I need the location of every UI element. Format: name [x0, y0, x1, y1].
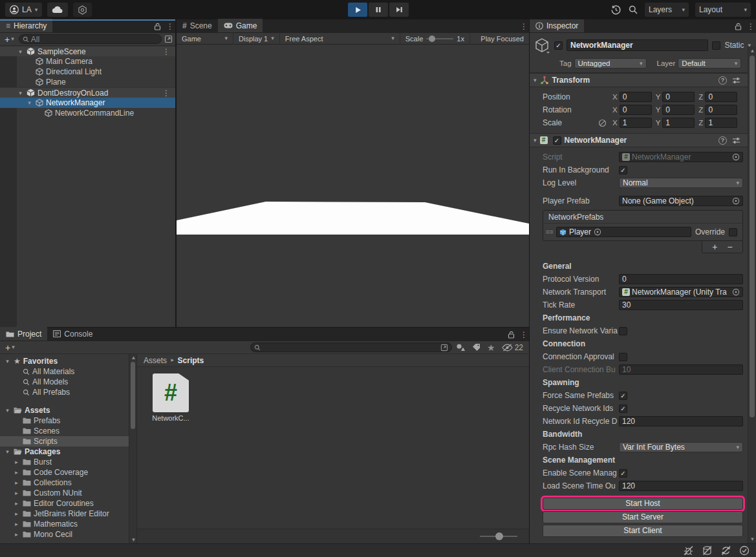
auto-refresh-disabled-icon[interactable] — [720, 545, 731, 556]
pause-button[interactable] — [369, 3, 388, 17]
game-menu-icon[interactable]: ⋮ — [520, 22, 526, 31]
foldout-arrow-icon[interactable]: ▾ — [26, 100, 33, 106]
play-button[interactable] — [348, 3, 367, 17]
property-checkbox[interactable] — [619, 392, 627, 400]
property-field[interactable]: 10 — [619, 364, 743, 375]
object-field[interactable]: None (Game Object) — [619, 196, 743, 206]
presets-icon[interactable] — [732, 77, 740, 84]
foldout-arrow-icon[interactable]: ▸ — [13, 521, 20, 527]
scale-slider-thumb[interactable] — [429, 36, 435, 42]
object-field[interactable]: #NetworkManager (Unity Tra — [619, 287, 743, 297]
layout-dropdown[interactable]: Layout ▾ — [695, 3, 751, 17]
transform-scale-x-field[interactable]: 1 — [620, 118, 652, 128]
breadcrumb-assets[interactable]: Assets — [144, 356, 167, 365]
game-viewport[interactable] — [177, 45, 529, 327]
cache-server-disabled-icon[interactable] — [702, 545, 713, 556]
hierarchy-add-button[interactable]: +▾ — [3, 34, 16, 45]
gameobject-active-checkbox[interactable] — [554, 41, 563, 50]
project-menu-icon[interactable]: ⋮ — [520, 330, 526, 339]
project-tree-item-custom-nunit[interactable]: ▸Custom NUnit — [0, 488, 129, 498]
display-target-dropdown[interactable]: Display 1▾ — [233, 33, 280, 45]
inspector-menu-icon[interactable]: ⋮ — [747, 22, 753, 31]
slider-thumb[interactable] — [495, 532, 503, 540]
property-dropdown[interactable]: Normal▾ — [619, 178, 743, 188]
debugger-disabled-icon[interactable] — [683, 545, 694, 556]
progress-check-icon[interactable] — [739, 545, 750, 556]
asset-item[interactable]: # NetworkC... — [146, 373, 195, 422]
gameobject-name-field[interactable]: NetworkManager — [567, 39, 708, 51]
help-icon[interactable]: ? — [718, 76, 727, 85]
hierarchy-item-networkcommandline[interactable]: NetworkCommandLine — [0, 108, 175, 118]
project-tree-item-prefabs[interactable]: Prefabs — [0, 415, 129, 426]
start-client-button[interactable]: Start Client — [543, 525, 743, 537]
transform-position-z-field[interactable]: 0 — [705, 92, 737, 102]
property-field[interactable]: 120 — [619, 416, 743, 426]
scale-link-icon[interactable] — [598, 119, 609, 127]
start-host-button[interactable]: Start Host — [543, 498, 743, 510]
foldout-arrow-icon[interactable]: ▾ — [17, 48, 24, 55]
scroll-down-icon[interactable]: ▼ — [748, 536, 756, 542]
hierarchy-item-main camera[interactable]: Main Camera — [0, 56, 175, 67]
scrollbar-thumb[interactable] — [131, 362, 135, 429]
foldout-arrow-icon[interactable]: ▾ — [4, 448, 11, 455]
tab-scene[interactable]: # Scene — [177, 19, 218, 32]
scene-menu-icon[interactable]: ⋮ — [162, 47, 170, 56]
static-checkbox[interactable] — [712, 41, 720, 50]
lock-icon[interactable] — [154, 23, 161, 30]
help-icon[interactable]: ? — [718, 136, 727, 145]
tab-game[interactable]: Game — [218, 19, 263, 32]
object-picker-icon[interactable] — [594, 228, 601, 236]
property-checkbox[interactable] — [619, 405, 627, 413]
filter-by-type-icon[interactable] — [456, 343, 466, 352]
hidden-packages-toggle[interactable]: 22 — [502, 343, 523, 352]
transform-rotation-y-field[interactable]: 0 — [662, 105, 695, 115]
transform-position-x-field[interactable]: 0 — [620, 92, 652, 102]
transform-component-header[interactable]: ▾ Transform ? ⋮ — [530, 73, 756, 87]
project-tree-scrollbar[interactable]: ▲ ▼ — [129, 354, 137, 543]
project-tree-item-collections[interactable]: ▸Collections — [0, 478, 129, 488]
project-tree-item-scenes[interactable]: Scenes — [0, 426, 129, 436]
plastic-scm-button[interactable] — [73, 3, 92, 17]
foldout-arrow-icon[interactable]: ▸ — [13, 510, 20, 517]
scale-slider[interactable]: Scale 1x — [400, 33, 470, 45]
override-checkbox[interactable] — [729, 228, 737, 236]
hierarchy-menu-icon[interactable]: ⋮ — [166, 22, 173, 31]
foldout-arrow-icon[interactable]: ▸ — [13, 459, 20, 465]
transform-rotation-x-field[interactable]: 0 — [620, 105, 652, 115]
component-enabled-checkbox[interactable] — [553, 136, 561, 145]
transform-position-y-field[interactable]: 0 — [662, 92, 695, 102]
hierarchy-item-plane[interactable]: Plane — [0, 77, 175, 87]
cloud-services-button[interactable] — [47, 3, 68, 17]
property-checkbox[interactable] — [619, 327, 627, 335]
gameobject-cube-icon[interactable] — [534, 37, 550, 54]
start-server-button[interactable]: Start Server — [543, 511, 743, 523]
project-tree-item-burst[interactable]: ▸Burst — [0, 457, 129, 467]
project-tree-item-all-models[interactable]: All Models — [0, 377, 129, 387]
property-checkbox[interactable] — [619, 469, 627, 478]
scrollbar-thumb[interactable] — [750, 56, 755, 417]
favorites-star-icon[interactable]: ★ — [487, 342, 495, 353]
aspect-ratio-dropdown[interactable]: Free Aspect▾ — [280, 33, 400, 45]
project-tree-item-mathematics[interactable]: ▸Mathematics — [0, 519, 129, 529]
layers-dropdown[interactable]: Layers ▾ — [645, 3, 689, 17]
lock-icon[interactable] — [735, 23, 742, 30]
transform-scale-z-field[interactable]: 1 — [705, 118, 737, 128]
transform-scale-y-field[interactable]: 1 — [662, 118, 695, 128]
project-tree-item-editor-coroutines[interactable]: ▸Editor Coroutines — [0, 498, 129, 509]
project-tree-item-jetbrains-rider-editor[interactable]: ▸JetBrains Rider Editor — [0, 509, 129, 519]
project-tree-item-favorites[interactable]: ▾★Favorites — [0, 356, 129, 366]
property-field[interactable]: 120 — [619, 481, 743, 491]
scale-slider-track[interactable] — [426, 38, 453, 39]
property-checkbox[interactable] — [619, 166, 627, 174]
property-dropdown[interactable]: Var Int Four Bytes▾ — [619, 442, 743, 452]
filter-by-label-icon[interactable] — [472, 343, 481, 352]
foldout-arrow-icon[interactable]: ▸ — [13, 490, 20, 496]
lock-icon[interactable] — [508, 331, 515, 339]
foldout-arrow-icon[interactable]: ▸ — [13, 479, 20, 486]
foldout-arrow-icon[interactable]: ▸ — [13, 531, 20, 538]
project-tree-item-packages[interactable]: ▾Packages — [0, 447, 129, 457]
foldout-arrow-icon[interactable]: ▾ — [17, 90, 24, 96]
hierarchy-item-networkmanager[interactable]: ▾NetworkManager — [0, 98, 175, 108]
scroll-up-icon[interactable]: ▲ — [748, 48, 756, 54]
foldout-arrow-icon[interactable]: ▾ — [534, 78, 537, 83]
